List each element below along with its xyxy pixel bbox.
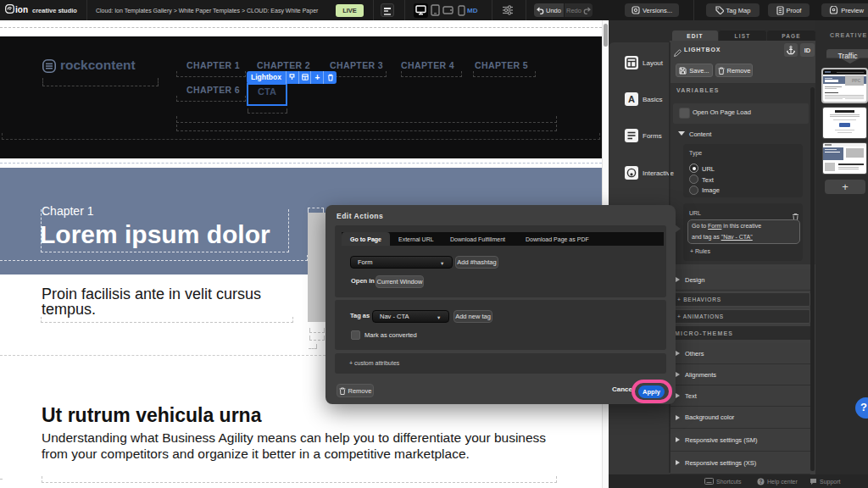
svg-text:?: ? xyxy=(760,479,763,485)
